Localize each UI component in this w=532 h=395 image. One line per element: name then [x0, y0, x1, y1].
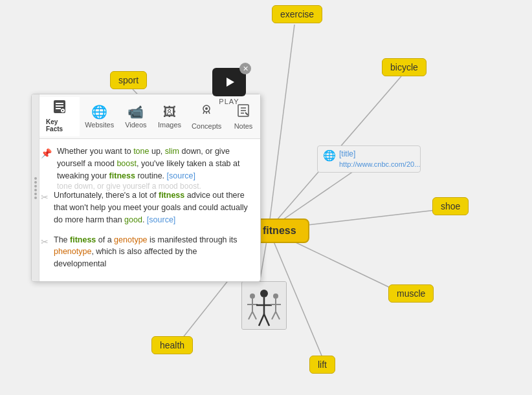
link-title: [title]: [339, 149, 420, 160]
drag-dot: [34, 193, 37, 195]
tab-images-label: Images: [158, 121, 181, 129]
svg-line-0: [269, 25, 294, 230]
svg-point-11: [250, 294, 255, 299]
notes-icon: [236, 103, 250, 121]
tab-images[interactable]: 🖼 Images: [153, 102, 186, 131]
svg-marker-26: [227, 78, 234, 87]
drag-handle[interactable]: [32, 94, 39, 281]
images-icon: 🖼: [163, 105, 176, 120]
drag-dot: [34, 185, 37, 187]
fact-text-2: Unfortunately, there's a lot of fitness …: [54, 189, 251, 226]
panel: Key Facts 🌐 Websites 📹 Videos 🖼 Images: [31, 94, 261, 282]
play-button-area[interactable]: ✕ PLAY: [212, 68, 246, 105]
fact-text-3: The fitness of a genotype is manifested …: [54, 234, 251, 270]
panel-content: 📌 Whether you want to tone up, slim down…: [32, 139, 260, 281]
svg-line-37: [208, 111, 210, 114]
node-bicycle[interactable]: bicycle: [382, 58, 427, 76]
node-sport[interactable]: sport: [110, 71, 147, 89]
tab-keyfacts[interactable]: Key Facts: [39, 97, 80, 136]
tab-keyfacts-label: Key Facts: [46, 118, 73, 133]
svg-point-35: [205, 107, 208, 110]
tab-videos[interactable]: 📹 Videos: [119, 101, 153, 131]
image-thumbnail[interactable]: [241, 281, 287, 330]
fact-item-1: 📌 Whether you want to tone up, slim down…: [41, 145, 251, 182]
drag-dot: [34, 181, 37, 184]
node-shoe[interactable]: shoe: [432, 197, 469, 215]
tab-videos-label: Videos: [125, 121, 146, 129]
svg-point-21: [273, 294, 278, 299]
svg-line-43: [245, 112, 248, 115]
svg-point-16: [260, 290, 268, 297]
close-button[interactable]: ✕: [239, 63, 251, 74]
fact-text-1: Whether you want to tone up, slim down, …: [57, 145, 251, 182]
node-lift[interactable]: lift: [309, 356, 335, 374]
pin-icon-2: ✂: [41, 191, 49, 226]
pin-icon-1: 📌: [41, 147, 52, 182]
tab-notes-label: Notes: [234, 122, 253, 130]
svg-line-36: [203, 111, 205, 114]
websites-icon: 🌐: [91, 104, 107, 120]
play-label: PLAY: [219, 98, 239, 105]
drag-dot: [34, 189, 37, 191]
drag-dot: [34, 197, 37, 199]
node-muscle[interactable]: muscle: [388, 284, 434, 303]
tab-websites-label: Websites: [85, 121, 114, 129]
drag-dot: [34, 177, 37, 180]
link-url: http://www.cnbc.com/20...: [339, 160, 420, 169]
fact-item-3: ✂ The fitness of a genotype is manifeste…: [41, 234, 251, 270]
tab-websites[interactable]: 🌐 Websites: [80, 101, 118, 131]
concepts-icon: [199, 103, 214, 121]
tab-concepts-label: Concepts: [192, 122, 221, 130]
fact-item-2: ✂ Unfortunately, there's a lot of fitnes…: [41, 189, 251, 226]
pin-icon-3: ✂: [41, 235, 49, 270]
videos-icon: 📹: [127, 104, 144, 120]
node-link[interactable]: 🌐 [title] http://www.cnbc.com/20...: [317, 145, 421, 173]
node-health[interactable]: health: [151, 336, 193, 354]
keyfacts-icon: [52, 100, 67, 117]
node-exercise[interactable]: exercise: [272, 5, 322, 23]
